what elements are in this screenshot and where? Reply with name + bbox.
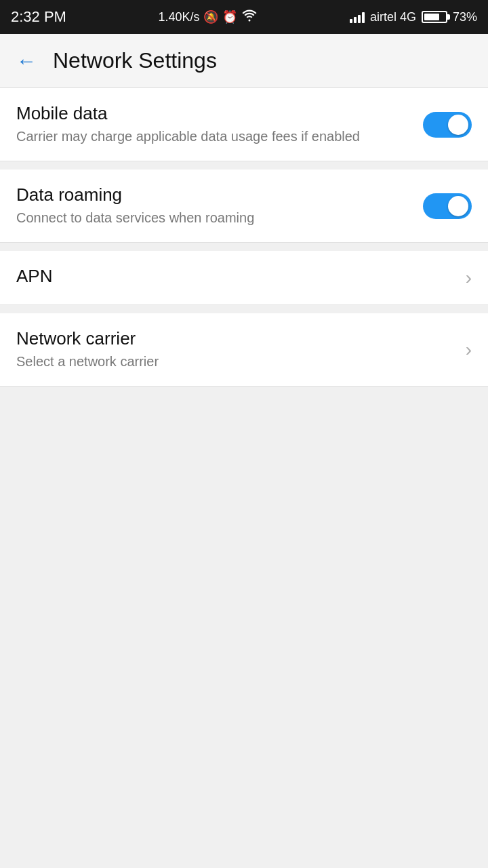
mobile-data-item[interactable]: Mobile data Carrier may charge applicabl… bbox=[0, 88, 488, 161]
data-roaming-title: Data roaming bbox=[16, 184, 423, 205]
apn-title: APN bbox=[16, 266, 52, 287]
divider-4 bbox=[0, 387, 488, 395]
mobile-data-toggle[interactable] bbox=[423, 112, 472, 138]
apn-item[interactable]: APN › bbox=[0, 251, 488, 305]
status-bar: 2:32 PM 1.40K/s 🔕 ⏰ airtel 4G 73% bbox=[0, 0, 488, 34]
apn-chevron-icon: › bbox=[466, 267, 472, 289]
network-carrier-chevron-icon: › bbox=[466, 339, 472, 361]
mute-icon: 🔕 bbox=[203, 9, 218, 24]
mobile-data-title: Mobile data bbox=[16, 103, 423, 124]
mobile-data-text: Mobile data Carrier may charge applicabl… bbox=[16, 103, 423, 146]
page-header: ← Network Settings bbox=[0, 34, 488, 88]
data-roaming-item[interactable]: Data roaming Connect to data services wh… bbox=[0, 170, 488, 243]
signal-icon bbox=[350, 11, 365, 23]
network-carrier-item[interactable]: Network carrier Select a network carrier… bbox=[0, 313, 488, 387]
divider-3 bbox=[0, 305, 488, 313]
toggle-knob bbox=[448, 115, 468, 135]
status-center-icons: 1.40K/s 🔕 ⏰ bbox=[158, 9, 258, 25]
mobile-data-subtitle: Carrier may charge applicable data usage… bbox=[16, 127, 423, 146]
data-roaming-text: Data roaming Connect to data services wh… bbox=[16, 184, 423, 227]
divider-2 bbox=[0, 243, 488, 251]
alarm-icon: ⏰ bbox=[222, 9, 237, 24]
data-roaming-subtitle: Connect to data services when roaming bbox=[16, 208, 423, 227]
status-right-icons: airtel 4G 73% bbox=[350, 10, 477, 24]
battery-percentage: 73% bbox=[453, 10, 477, 24]
toggle-knob-roaming bbox=[448, 196, 468, 216]
divider-1 bbox=[0, 161, 488, 170]
speed-indicator: 1.40K/s bbox=[158, 10, 199, 24]
wifi-icon bbox=[241, 9, 258, 25]
network-carrier-title: Network carrier bbox=[16, 328, 466, 349]
carrier-label: airtel 4G bbox=[370, 10, 416, 24]
battery-indicator bbox=[422, 11, 447, 23]
settings-content: Mobile data Carrier may charge applicabl… bbox=[0, 88, 488, 395]
time-display: 2:32 PM bbox=[11, 8, 66, 26]
network-carrier-text: Network carrier Select a network carrier bbox=[16, 328, 466, 371]
data-roaming-toggle[interactable] bbox=[423, 193, 472, 219]
network-carrier-subtitle: Select a network carrier bbox=[16, 352, 466, 371]
page-title: Network Settings bbox=[53, 48, 217, 73]
back-button[interactable]: ← bbox=[14, 47, 39, 75]
